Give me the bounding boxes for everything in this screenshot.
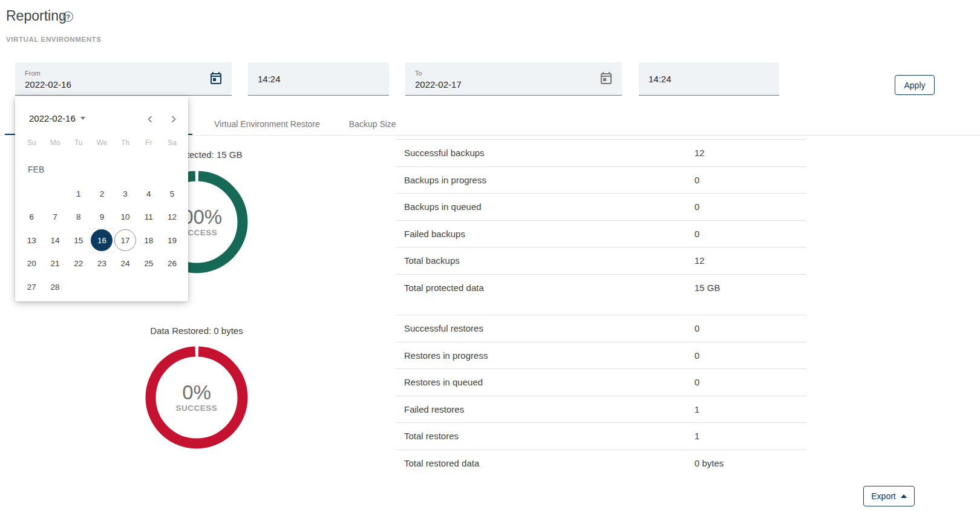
stat-label: Backups in queued xyxy=(404,201,482,212)
weekday-label: Tu xyxy=(67,139,90,147)
stat-value: 0 xyxy=(694,175,699,185)
from-date-value: 2022-02-16 xyxy=(25,79,71,90)
calendar-day-25[interactable]: 25 xyxy=(137,252,160,276)
calendar-day-19[interactable]: 19 xyxy=(160,229,184,252)
calendar-day-16[interactable]: 16 xyxy=(90,229,114,252)
calendar-day-6[interactable]: 6 xyxy=(20,206,44,229)
calendar-day-27[interactable]: 27 xyxy=(20,275,44,299)
calendar-icon[interactable] xyxy=(599,71,613,85)
stat-label: Failed restores xyxy=(404,404,464,414)
stat-label: Successful restores xyxy=(404,323,483,333)
backup-stats-group: Successful backups12Backups in progress0… xyxy=(396,139,806,301)
table-row: Backups in queued0 xyxy=(396,193,806,220)
stats-table: Successful backups12Backups in progress0… xyxy=(396,139,806,476)
donut-caption-restored: SUCCESS xyxy=(176,404,218,413)
calendar-day-23[interactable]: 23 xyxy=(90,252,114,276)
to-date-value: 2022-02-17 xyxy=(415,79,462,90)
month-label: FEB xyxy=(28,165,44,174)
table-row: Total restores1 xyxy=(396,422,806,450)
help-icon[interactable]: ? xyxy=(63,11,73,22)
calendar-day-24[interactable]: 24 xyxy=(114,252,137,276)
from-time-value: 14:24 xyxy=(258,74,281,84)
to-label: To xyxy=(415,70,422,77)
calendar-day-7[interactable]: 7 xyxy=(44,206,67,229)
calendar-day-4[interactable]: 4 xyxy=(137,182,160,206)
stat-value: 12 xyxy=(694,148,705,158)
stat-value: 0 xyxy=(694,229,699,239)
stat-label: Total restores xyxy=(404,431,459,441)
to-date-field[interactable]: To 2022-02-17 xyxy=(405,62,622,96)
calendar-day-9[interactable]: 9 xyxy=(90,206,114,229)
day-number: 7 xyxy=(44,206,66,228)
day-number: 2 xyxy=(91,183,113,205)
weekday-label: Th xyxy=(114,139,137,147)
stat-label: Total protected data xyxy=(404,283,484,293)
weekday-header-row: SuMoTuWeThFrSa xyxy=(20,139,184,147)
day-number: 27 xyxy=(21,276,42,298)
to-time-value: 14:24 xyxy=(648,74,671,84)
calendar-day-17[interactable]: 17 xyxy=(114,229,137,252)
calendar-day-1[interactable]: 1 xyxy=(67,182,90,206)
calendar-day-18[interactable]: 18 xyxy=(137,229,160,252)
calendar-day-26[interactable]: 26 xyxy=(160,252,184,276)
export-button[interactable]: Export xyxy=(863,486,915,506)
day-number: 25 xyxy=(138,253,160,275)
calendar-day-21[interactable]: 21 xyxy=(44,252,67,276)
calendar-day-14[interactable]: 14 xyxy=(44,229,67,252)
tab-virtual-environment-restore[interactable]: Virtual Environment Restore xyxy=(200,119,335,129)
day-number: 28 xyxy=(44,276,66,298)
calendar-day-20[interactable]: 20 xyxy=(20,252,44,276)
calendar-day-11[interactable]: 11 xyxy=(137,206,160,229)
calendar-day-5[interactable]: 5 xyxy=(160,182,184,206)
weekday-label: Mo xyxy=(44,139,67,147)
day-number: 6 xyxy=(21,206,42,228)
day-number: 1 xyxy=(68,183,90,205)
stat-label: Failed backups xyxy=(404,229,465,239)
day-number: 18 xyxy=(138,229,160,251)
weekday-label: We xyxy=(90,139,114,147)
stat-label: Backups in progress xyxy=(404,175,486,185)
day-number: 14 xyxy=(44,229,66,251)
from-time-field[interactable]: 14:24 xyxy=(248,62,389,96)
day-number: 19 xyxy=(161,229,183,251)
calendar-day-10[interactable]: 10 xyxy=(114,206,137,229)
page-title: Reporting xyxy=(6,8,67,24)
calendar-day-28[interactable]: 28 xyxy=(44,275,67,299)
calendar-day-8[interactable]: 8 xyxy=(67,206,90,229)
stat-value: 0 xyxy=(694,201,699,212)
stat-value: 1 xyxy=(694,431,699,441)
next-month-button[interactable] xyxy=(166,112,181,126)
donut-percent-restored: 0% xyxy=(182,382,211,404)
stat-value: 0 xyxy=(694,350,699,361)
datepicker-view-switch[interactable]: 2022-02-16 xyxy=(29,113,85,123)
weekday-label: Sa xyxy=(160,139,184,147)
day-number: 5 xyxy=(161,183,183,205)
calendar-day-22[interactable]: 22 xyxy=(67,252,90,276)
apply-button[interactable]: Apply xyxy=(895,75,935,95)
previous-month-button[interactable] xyxy=(143,112,157,126)
day-number: 20 xyxy=(21,253,42,275)
table-row: Total protected data15 GB xyxy=(396,274,806,301)
datepicker-header-date: 2022-02-16 xyxy=(29,113,76,123)
table-row: Restores in queued0 xyxy=(396,368,806,396)
tab-backup-size[interactable]: Backup Size xyxy=(335,119,411,129)
stat-value: 0 xyxy=(694,377,699,387)
day-number: 11 xyxy=(138,206,160,228)
calendar-day-13[interactable]: 13 xyxy=(20,229,44,252)
calendar-day-empty xyxy=(90,275,114,299)
calendar-day-15[interactable]: 15 xyxy=(67,229,90,252)
stat-label: Restores in progress xyxy=(404,350,488,361)
to-time-field[interactable]: 14:24 xyxy=(639,62,779,96)
from-date-field[interactable]: From 2022-02-16 xyxy=(15,62,232,96)
stat-value: 15 GB xyxy=(694,283,720,293)
export-label: Export xyxy=(871,491,895,501)
page-subtitle: VIRTUAL ENVIRONMENTS xyxy=(6,36,101,43)
calendar-day-empty xyxy=(67,275,90,299)
day-number: 21 xyxy=(44,253,66,275)
calendar-day-3[interactable]: 3 xyxy=(114,182,137,206)
calendar-day-12[interactable]: 12 xyxy=(160,206,184,229)
calendar-day-empty xyxy=(160,275,184,299)
calendar-icon[interactable] xyxy=(209,71,223,85)
chart-title-restored: Data Restored: 0 bytes xyxy=(76,326,318,336)
calendar-day-2[interactable]: 2 xyxy=(90,182,114,206)
